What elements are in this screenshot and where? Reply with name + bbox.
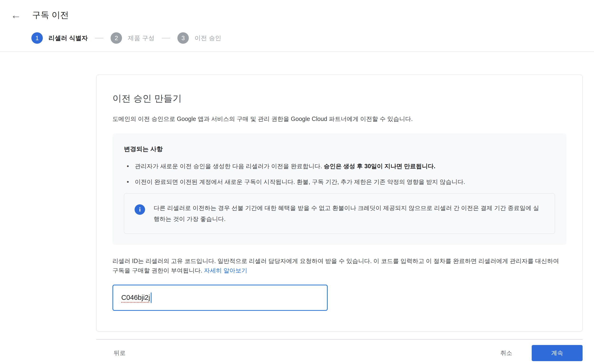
changes-panel-heading: 변경되는 사항 — [124, 145, 555, 153]
footer: 뒤로 취소 계속 — [96, 340, 583, 364]
step-transfer-approval[interactable]: 3 이전 승인 — [177, 32, 221, 44]
step-connector — [162, 38, 170, 39]
header-divider — [0, 51, 594, 52]
text-cursor — [151, 292, 151, 303]
step-2-circle: 2 — [111, 32, 122, 44]
transfer-approval-card: 이전 승인 만들기 도메인의 이전 승인으로 Google 앱과 서비스의 구매… — [96, 75, 583, 331]
step-3-label: 이전 승인 — [195, 34, 221, 42]
reseller-id-description-text: 리셀러 ID는 리셀러의 고유 코드입니다. 일반적으로 리셀러 담당자에게 요… — [113, 258, 559, 274]
changes-list-item: 이전이 완료되면 이전된 계정에서 새로운 구독이 시작됩니다. 환불, 구독 … — [126, 178, 555, 186]
back-arrow-icon[interactable]: ← — [11, 10, 24, 20]
stepper: 1 리셀러 식별자 2 제품 구성 3 이전 승인 — [31, 32, 594, 51]
info-callout-text: 다른 리셀러로 이전하는 경우 선불 기간에 대한 혜택을 받을 수 없고 환불… — [154, 202, 544, 225]
step-1-circle: 1 — [31, 32, 43, 44]
bullet-2-text: 이전이 완료되면 이전된 계정에서 새로운 구독이 시작됩니다. 환불, 구독 … — [135, 179, 465, 185]
changes-panel: 변경되는 사항 관리자가 새로운 이전 승인을 생성한 다음 리셀러가 이전을 … — [113, 133, 567, 245]
step-2-label: 제품 구성 — [128, 34, 155, 42]
cancel-button[interactable]: 취소 — [500, 349, 512, 357]
info-callout: i 다른 리셀러로 이전하는 경우 선불 기간에 대한 혜택을 받을 수 없고 … — [124, 193, 555, 234]
step-3-circle: 3 — [177, 32, 189, 44]
reseller-id-input[interactable]: C046bji2j — [113, 285, 328, 311]
reseller-id-description: 리셀러 ID는 리셀러의 고유 코드입니다. 일반적으로 리셀러 담당자에게 요… — [113, 256, 567, 275]
back-button[interactable]: 뒤로 — [114, 349, 126, 357]
changes-list-item: 관리자가 새로운 이전 승인을 생성한 다음 리셀러가 이전을 완료합니다. 승… — [126, 162, 555, 170]
info-icon: i — [135, 204, 145, 215]
bullet-1-text: 관리자가 새로운 이전 승인을 생성한 다음 리셀러가 이전을 완료합니다. — [135, 163, 324, 169]
learn-more-link[interactable]: 자세히 알아보기 — [204, 267, 247, 274]
card-description: 도메인의 이전 승인으로 Google 앱과 서비스의 구매 및 관리 권한을 … — [113, 114, 567, 124]
step-1-label: 리셀러 식별자 — [48, 34, 88, 42]
continue-button[interactable]: 계속 — [532, 345, 583, 361]
step-connector — [95, 38, 103, 39]
changes-list: 관리자가 새로운 이전 승인을 생성한 다음 리셀러가 이전을 완료합니다. 승… — [126, 162, 555, 186]
step-reseller-identifier[interactable]: 1 리셀러 식별자 — [31, 32, 88, 44]
step-product-configuration[interactable]: 2 제품 구성 — [111, 32, 155, 44]
page-header: ← 구독 이전 1 리셀러 식별자 2 제품 구성 3 이전 승인 — [0, 0, 594, 52]
card-title: 이전 승인 만들기 — [113, 93, 567, 105]
reseller-id-value: C046bji2j — [121, 294, 150, 302]
page-title: 구독 이전 — [32, 9, 69, 21]
bullet-1-expiry-note: 승인은 생성 후 30일이 지나면 만료됩니다. — [324, 163, 435, 169]
